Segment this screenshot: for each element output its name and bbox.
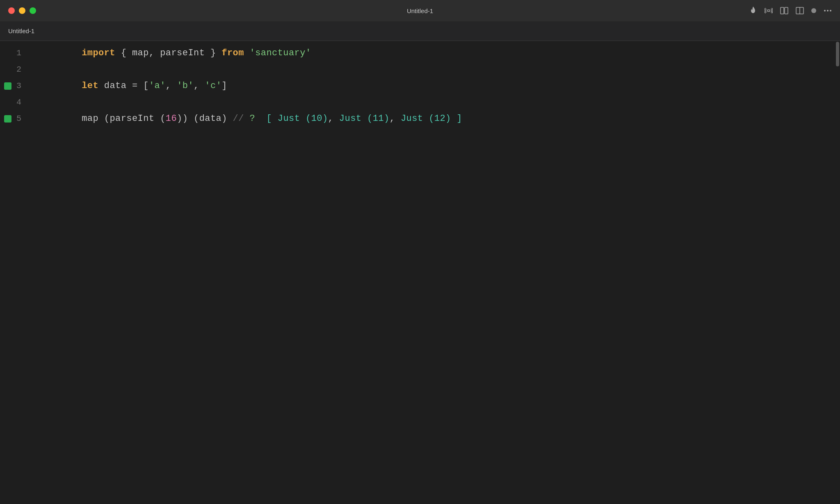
gutter-2: 2	[0, 61, 25, 78]
window-title: Untitled-1	[407, 7, 433, 14]
fn-parseint-call: parseInt	[110, 114, 154, 124]
gutter-4: 4	[0, 94, 25, 111]
result-just-10: Just (10)	[278, 114, 328, 124]
number-16: 16	[166, 114, 177, 124]
string-sanctuary: 'sanctuary'	[249, 48, 311, 58]
code-line-5: 5 map (parseInt (16)) (data) // ? [ Just…	[0, 111, 840, 127]
line-number-4: 4	[9, 94, 21, 111]
result-question: ?	[250, 114, 256, 124]
punctuation: ,	[390, 114, 401, 124]
string-a: 'a'	[149, 81, 166, 91]
scrollbar-thumb[interactable]	[836, 42, 839, 66]
punctuation: ,	[166, 81, 177, 91]
toolbar	[749, 7, 832, 15]
scrollbar-track[interactable]	[835, 41, 840, 504]
fn-map: map	[132, 48, 149, 58]
breakpoint-3[interactable]	[4, 82, 11, 90]
bracket-close: ]	[457, 114, 462, 124]
split-icon[interactable]	[796, 7, 804, 15]
broadcast-icon[interactable]	[765, 7, 773, 15]
svg-rect-0	[767, 10, 770, 11]
bracket-open: [	[266, 114, 272, 124]
circle-icon[interactable]	[811, 8, 816, 13]
punctuation: (	[155, 114, 166, 124]
punctuation: {	[115, 48, 132, 58]
keyword-from: from	[221, 48, 244, 58]
title-bar: Untitled-1	[0, 0, 840, 21]
gutter-3: 3	[0, 78, 25, 94]
punctuation: = [	[126, 81, 149, 91]
punctuation	[451, 114, 457, 124]
editor-body: 1 import { map, parseInt } from 'sanctua…	[0, 41, 840, 131]
close-button[interactable]	[8, 7, 15, 14]
punctuation: (	[98, 114, 110, 124]
gutter-1: 1	[0, 45, 25, 61]
maximize-button[interactable]	[30, 7, 36, 14]
line-number-1: 1	[9, 45, 21, 61]
punctuation: ,	[328, 114, 339, 124]
breakpoint-5[interactable]	[4, 115, 11, 123]
punctuation	[255, 114, 266, 124]
svg-point-7	[830, 10, 831, 11]
flame-icon[interactable]	[749, 7, 757, 15]
fn-parseint: parseInt	[160, 48, 205, 58]
gutter-5: 5	[0, 111, 25, 127]
columns-icon[interactable]	[780, 7, 788, 15]
punctuation: )) (	[177, 114, 199, 124]
result-just-11: Just (11)	[339, 114, 390, 124]
svg-rect-2	[785, 7, 788, 14]
svg-point-6	[827, 10, 829, 11]
line-number-2: 2	[9, 61, 21, 78]
string-c: 'c'	[205, 81, 221, 91]
traffic-lights	[8, 7, 36, 14]
var-data-ref: data	[199, 114, 222, 124]
punctuation	[98, 81, 104, 91]
comment-marker: //	[227, 114, 250, 124]
code-line-1: 1 import { map, parseInt } from 'sanctua…	[0, 45, 840, 61]
svg-rect-1	[781, 7, 784, 14]
minimize-button[interactable]	[19, 7, 25, 14]
svg-point-5	[824, 10, 826, 11]
keyword-let: let	[82, 81, 98, 91]
code-line-3: 3 let data = ['a', 'b', 'c']	[0, 78, 840, 94]
punctuation: ,	[149, 48, 160, 58]
fn-map-call: map	[82, 114, 98, 124]
punctuation	[272, 114, 278, 124]
punctuation: ,	[194, 81, 205, 91]
code-content-5[interactable]: map (parseInt (16)) (data) // ? [ Just (…	[25, 94, 462, 143]
punctuation: }	[205, 48, 221, 58]
var-data: data	[104, 81, 127, 91]
result-just-12: Just (12)	[401, 114, 451, 124]
punctuation: )	[221, 114, 227, 124]
punctuation	[244, 48, 250, 58]
keyword-import: import	[82, 48, 115, 58]
editor-container: 1 import { map, parseInt } from 'sanctua…	[0, 41, 840, 504]
ellipsis-icon[interactable]	[824, 7, 832, 15]
punctuation: ]	[221, 81, 227, 91]
string-b: 'b'	[177, 81, 194, 91]
